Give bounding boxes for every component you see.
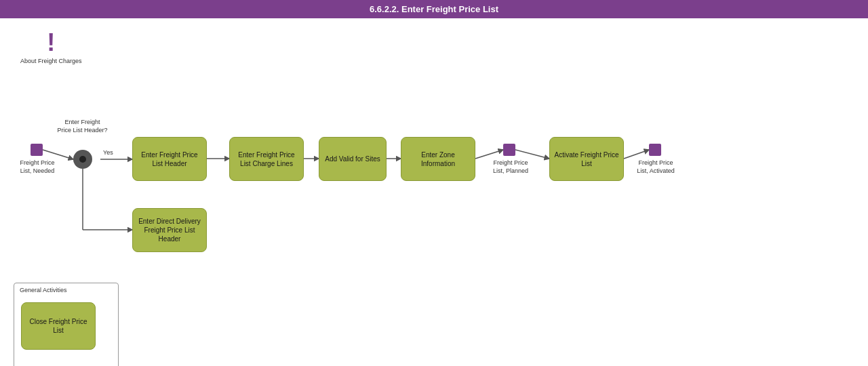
general-activities-label: General Activities [14, 283, 118, 297]
general-activities-container: General Activities Close Freight Price L… [14, 283, 119, 366]
add-valid-for-sites[interactable]: Add Valid for Sites [319, 137, 387, 181]
state-activated-label: Freight Price List, Activated [632, 159, 679, 175]
enter-freight-charge-lines[interactable]: Enter Freight Price List Charge Lines [229, 137, 304, 181]
state-needed-label: Freight Price List, Needed [14, 159, 61, 175]
activate-freight-price-list[interactable]: Activate Freight Price List [549, 137, 624, 181]
decision-diamond [73, 150, 92, 169]
state-planned [503, 144, 515, 156]
state-activated [649, 144, 661, 156]
svg-line-7 [515, 150, 549, 159]
enter-direct-delivery-header[interactable]: Enter Direct Delivery Freight Price List… [132, 208, 207, 252]
state-needed [31, 144, 43, 156]
arrows-svg [0, 18, 868, 364]
yes-label: Yes [103, 149, 113, 156]
state-planned-label: Freight Price List, Planned [487, 159, 534, 175]
canvas: ! About Freight Charges Freight Price Li… [0, 18, 868, 364]
exclamation-mark: ! [47, 30, 55, 55]
header-title: 6.6.2.2. Enter Freight Price List [370, 4, 498, 14]
svg-line-8 [624, 150, 649, 159]
svg-line-1 [43, 150, 73, 159]
enter-freight-price-list-header[interactable]: Enter Freight Price List Header [132, 137, 207, 181]
question-text: Enter Freight Price List Header? [57, 119, 108, 134]
close-freight-price-list[interactable]: Close Freight Price List [21, 302, 96, 350]
svg-line-6 [475, 150, 503, 159]
about-freight-charges: ! About Freight Charges [20, 30, 82, 66]
diamond-inner [79, 156, 86, 163]
exclamation-label: About Freight Charges [20, 58, 82, 66]
enter-zone-information[interactable]: Enter Zone Information [401, 137, 475, 181]
page-header: 6.6.2.2. Enter Freight Price List [0, 0, 868, 18]
